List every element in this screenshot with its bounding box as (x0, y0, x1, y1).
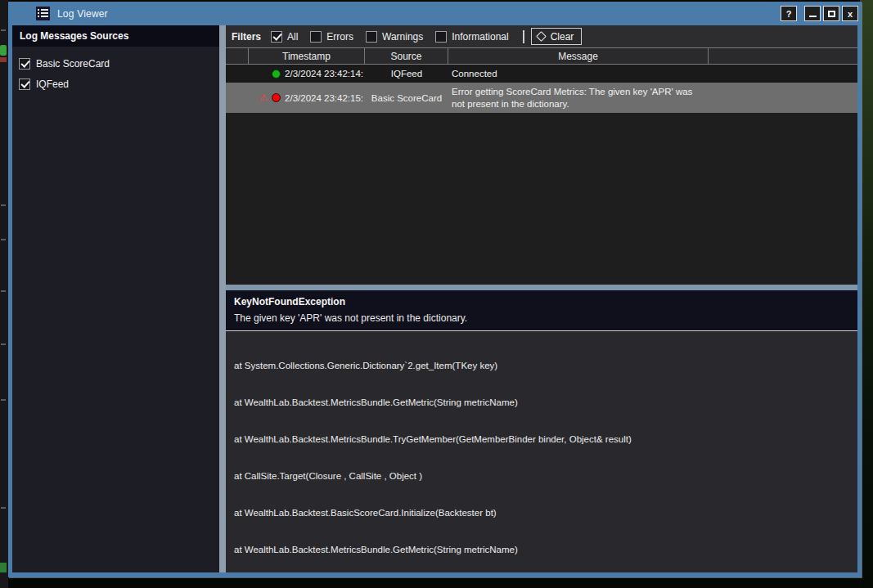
checkbox-iqfeed[interactable] (19, 79, 30, 90)
filter-label: Informational (452, 31, 508, 43)
warning-triangle-icon: ⚠ (259, 93, 268, 102)
background-red-icon (0, 57, 7, 62)
exception-message: The given key 'APR' was not present in t… (234, 312, 849, 324)
column-header-icon[interactable] (226, 48, 249, 64)
filter-informational[interactable]: Informational (435, 31, 508, 43)
exception-stack-trace: at System.Collections.Generic.Dictionary… (226, 330, 857, 572)
checkbox-warnings[interactable] (366, 31, 377, 43)
filter-warnings[interactable]: Warnings (366, 31, 423, 43)
background-green-icon (0, 563, 7, 572)
desktop-background (860, 0, 873, 588)
source-item-iqfeed[interactable]: IQFeed (12, 74, 219, 94)
background-text-fragment (1, 204, 6, 206)
log-panel: Filters All Errors Warnings Informationa… (226, 25, 857, 572)
filter-all[interactable]: All (271, 31, 298, 43)
stack-line: at WealthLab.Backtest.MetricsBundle.GetM… (234, 397, 851, 409)
checkbox-all[interactable] (271, 31, 282, 43)
checkbox-informational[interactable] (435, 31, 447, 43)
close-icon: x (848, 9, 853, 19)
minimize-button[interactable] (804, 6, 821, 21)
row-timestamp-cell: 2/3/2024 23:42:14: (249, 69, 365, 79)
horizontal-splitter[interactable] (226, 285, 857, 290)
column-header-timestamp[interactable]: Timestamp (249, 48, 365, 64)
log-viewer-window: Log Viewer ? x Log Messages Sources Bas (8, 2, 862, 577)
column-header-message[interactable]: Message (448, 48, 709, 64)
close-button[interactable]: x (842, 6, 858, 21)
log-row-info[interactable]: 2/3/2024 23:42:14: IQFeed Connected (226, 65, 857, 83)
stack-line: at WealthLab.Backtest.MetricsBundle.TryG… (234, 433, 851, 446)
source-item-basic-scorecard[interactable]: Basic ScoreCard (12, 53, 219, 74)
background-text-fragment (1, 239, 6, 240)
source-label: IQFeed (36, 79, 69, 90)
minimize-icon (809, 16, 817, 17)
window-title: Log Viewer (57, 8, 108, 20)
clear-button-label: Clear (551, 31, 574, 43)
row-message: Connected (448, 65, 709, 83)
info-dot-icon (272, 70, 281, 79)
error-dot-icon (272, 93, 281, 102)
checkbox-basic-scorecard[interactable] (19, 58, 30, 70)
sources-list: Basic ScoreCard IQFeed (12, 47, 219, 572)
log-row-error-selected[interactable]: ⚠ 2/3/2024 23:42:15: Basic ScoreCard Err… (226, 83, 857, 113)
filter-label: Errors (326, 31, 353, 43)
clear-button[interactable]: Clear (531, 28, 583, 45)
row-message: Error getting ScoreCard Metrics: The giv… (448, 83, 709, 113)
filters-bar: Filters All Errors Warnings Informationa… (226, 25, 857, 47)
grid-header: Timestamp Source Message (226, 47, 857, 65)
vertical-splitter[interactable] (219, 25, 226, 572)
background-green-icon (0, 45, 7, 56)
maximize-icon (828, 11, 835, 17)
filter-label: All (287, 31, 298, 43)
exception-title: KeyNotFoundException (234, 296, 849, 307)
log-sources-panel: Log Messages Sources Basic ScoreCard IQF… (12, 25, 219, 572)
checkbox-errors[interactable] (310, 31, 322, 43)
titlebar[interactable]: Log Viewer ? x (8, 2, 862, 25)
column-header-source[interactable]: Source (365, 48, 448, 64)
log-grid: Timestamp Source Message 2/3/2024 23:42:… (226, 47, 857, 285)
background-text-fragment (1, 290, 6, 292)
eraser-icon (536, 31, 547, 42)
background-text-fragment (1, 29, 6, 31)
log-rows: 2/3/2024 23:42:14: IQFeed Connected ⚠ 2/… (226, 65, 857, 285)
help-button[interactable]: ? (781, 6, 797, 21)
sources-panel-header: Log Messages Sources (12, 25, 219, 47)
stack-line: at System.Collections.Generic.Dictionary… (234, 360, 851, 372)
column-header-filler (709, 48, 857, 64)
source-label: Basic ScoreCard (36, 58, 110, 70)
row-timestamp: 2/3/2024 23:42:15: (285, 93, 363, 103)
filter-label: Warnings (382, 31, 423, 43)
stack-line: at CallSite.Target(Closure , CallSite , … (234, 470, 851, 483)
filter-errors[interactable]: Errors (310, 31, 353, 43)
help-icon: ? (786, 9, 792, 19)
row-timestamp: 2/3/2024 23:42:14: (285, 69, 363, 79)
row-source: IQFeed (365, 69, 448, 79)
stack-line: at WealthLab.Backtest.BasicScoreCard.Ini… (234, 507, 851, 519)
stack-line: at WealthLab.Backtest.MetricsBundle.GetM… (234, 544, 851, 556)
background-text-fragment (1, 507, 6, 509)
filters-label: Filters (232, 31, 261, 43)
background-text-fragment (1, 343, 6, 345)
exception-header: KeyNotFoundException The given key 'APR'… (226, 290, 857, 330)
window-content: Log Messages Sources Basic ScoreCard IQF… (12, 25, 857, 572)
maximize-button[interactable] (823, 6, 839, 21)
background-text-fragment (1, 399, 6, 401)
background-window-sliver (0, 0, 8, 588)
log-list-icon (36, 7, 50, 20)
filters-separator (523, 30, 524, 43)
row-timestamp-cell: ⚠ 2/3/2024 23:42:15: (249, 93, 365, 103)
row-source: Basic ScoreCard (365, 93, 448, 103)
